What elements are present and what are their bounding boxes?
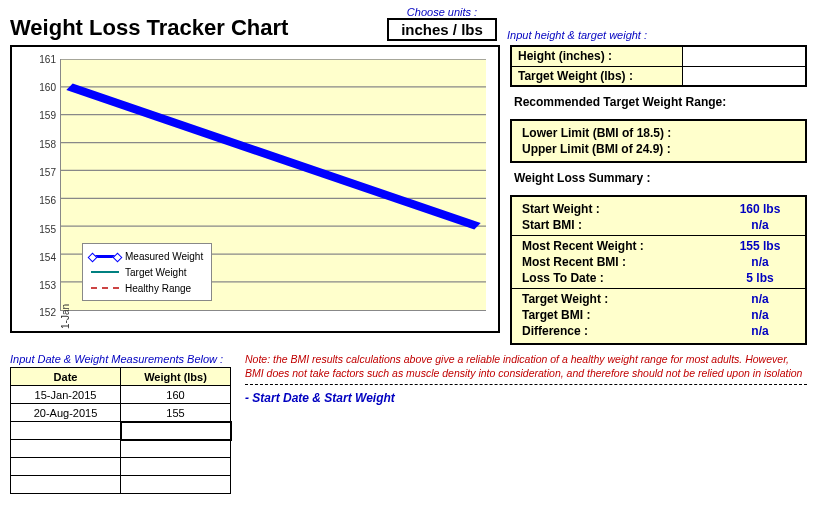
units-prompt: Choose units : [407, 6, 477, 18]
upper-limit-label: Upper Limit (BMI of 24.9) : [522, 142, 671, 156]
ytick: 157 [39, 167, 56, 178]
col-weight: Weight (lbs) [121, 368, 231, 386]
weight-cell[interactable]: 160 [121, 386, 231, 404]
weight-cell[interactable] [121, 476, 231, 494]
table-row: 15-Jan-2015160 [11, 386, 231, 404]
divider [245, 384, 807, 385]
summary-header: Weight Loss Summary : [510, 169, 807, 189]
start-weight-value: 160 lbs [725, 202, 795, 216]
weight-cell[interactable]: 155 [121, 404, 231, 422]
range-box: Lower Limit (BMI of 18.5) : Upper Limit … [510, 119, 807, 163]
weight-cell[interactable] [121, 458, 231, 476]
height-label: Height (inches) : [511, 46, 682, 66]
target-weight-input[interactable] [682, 66, 806, 86]
bmi-note: Note: the BMI results calculations above… [245, 353, 807, 380]
ytick: 155 [39, 224, 56, 235]
recent-weight-label: Most Recent Weight : [522, 239, 644, 253]
target-weight2-value: n/a [725, 292, 795, 306]
date-cell[interactable] [11, 458, 121, 476]
date-cell[interactable]: 20-Aug-2015 [11, 404, 121, 422]
start-bmi-label: Start BMI : [522, 218, 582, 232]
xtick: 1-Jan [60, 304, 71, 329]
recent-weight-value: 155 lbs [725, 239, 795, 253]
inputs-header: Input height & target weight : [507, 29, 807, 41]
date-cell[interactable] [11, 440, 121, 458]
ytick: 154 [39, 252, 56, 263]
measurements-table: DateWeight (lbs) 15-Jan-2015160 20-Aug-2… [10, 367, 231, 494]
target-bmi-label: Target BMI : [522, 308, 590, 322]
ytick: 160 [39, 82, 56, 93]
start-date-label: - Start Date & Start Weight [245, 391, 807, 405]
ytick: 161 [39, 54, 56, 65]
ytick: 156 [39, 195, 56, 206]
loss-value: 5 lbs [725, 271, 795, 285]
start-weight-label: Start Weight : [522, 202, 600, 216]
ytick: 158 [39, 139, 56, 150]
target-weight-label: Target Weight (lbs) : [511, 66, 682, 86]
date-cell[interactable] [11, 422, 121, 440]
range-header: Recommended Target Weight Range: [510, 93, 807, 113]
target-weight2-label: Target Weight : [522, 292, 608, 306]
table-row [11, 440, 231, 458]
units-select[interactable]: inches / lbs [387, 18, 497, 41]
table-row [11, 422, 231, 440]
legend-label: Healthy Range [125, 283, 191, 294]
height-target-inputs: Height (inches) : Target Weight (lbs) : [510, 45, 807, 87]
table-row: 20-Aug-2015155 [11, 404, 231, 422]
table-prompt: Input Date & Weight Measurements Below : [10, 353, 231, 365]
ytick: 152 [39, 307, 56, 318]
recent-bmi-value: n/a [725, 255, 795, 269]
summary-box: Start Weight :160 lbs Start BMI :n/a Mos… [510, 195, 807, 345]
ytick: 153 [39, 280, 56, 291]
weight-cell[interactable] [121, 422, 231, 440]
target-bmi-value: n/a [725, 308, 795, 322]
date-cell[interactable]: 15-Jan-2015 [11, 386, 121, 404]
height-input[interactable] [682, 46, 806, 66]
weight-cell[interactable] [121, 440, 231, 458]
chart-legend: Measured Weight Target Weight Healthy Ra… [82, 243, 212, 301]
start-bmi-value: n/a [725, 218, 795, 232]
difference-label: Difference : [522, 324, 588, 338]
chart-area: 161 160 159 158 157 156 155 154 153 152 … [10, 45, 500, 333]
table-row [11, 458, 231, 476]
page-title: Weight Loss Tracker Chart [10, 15, 288, 41]
legend-label: Measured Weight [125, 251, 203, 262]
difference-value: n/a [725, 324, 795, 338]
legend-label: Target Weight [125, 267, 187, 278]
col-date: Date [11, 368, 121, 386]
recent-bmi-label: Most Recent BMI : [522, 255, 626, 269]
ytick: 159 [39, 110, 56, 121]
lower-limit-label: Lower Limit (BMI of 18.5) : [522, 126, 671, 140]
date-cell[interactable] [11, 476, 121, 494]
loss-label: Loss To Date : [522, 271, 604, 285]
table-row [11, 476, 231, 494]
